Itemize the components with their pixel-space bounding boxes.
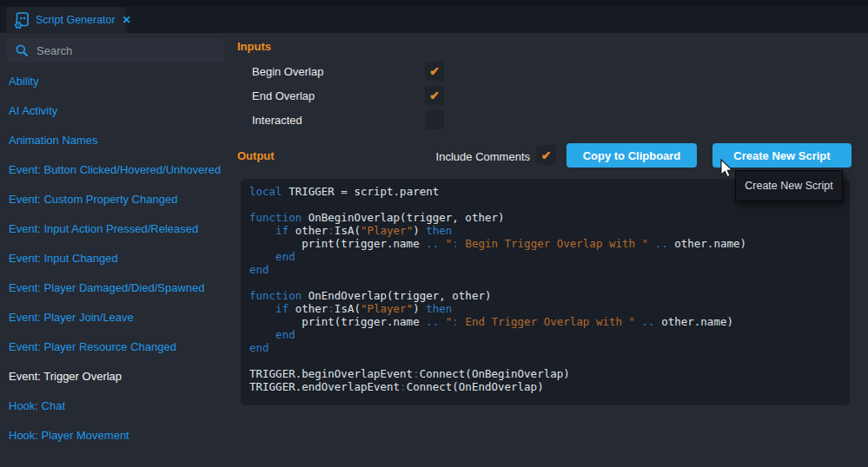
create-new-script-button[interactable]: Create New Script	[712, 143, 851, 168]
code-line: if other:IsA("Player") then	[249, 302, 841, 315]
sidebar-item[interactable]: Event: Input Changed	[9, 243, 230, 273]
code-line: function OnEndOverlap(trigger, other)	[249, 289, 841, 302]
code-line: end	[249, 328, 841, 341]
checkmark-icon: ✔	[429, 89, 440, 102]
code-line: end	[249, 263, 841, 276]
tab-title: Script Generator	[36, 14, 116, 26]
inputs-heading: Inputs	[237, 40, 271, 53]
code-line	[249, 354, 841, 367]
input-checkbox[interactable]: ✔	[425, 86, 444, 105]
sidebar-item[interactable]: Event: Trigger Overlap	[9, 361, 230, 391]
code-line: TRIGGER.beginOverlapEvent:Connect(OnBegi…	[249, 367, 841, 380]
input-row-label: Interacted	[252, 114, 302, 127]
code-line: if other:IsA("Player") then	[249, 224, 841, 237]
output-heading: Output	[237, 149, 275, 162]
sidebar-item[interactable]: Event: Player Damaged/Died/Spawned	[9, 273, 230, 302]
input-row: Interacted	[252, 108, 445, 132]
input-checkbox[interactable]	[425, 110, 444, 129]
sidebar-item[interactable]: Event: Player Resource Changed	[9, 332, 230, 361]
input-row: Begin Overlap✔	[252, 59, 445, 83]
include-comments-checkbox[interactable]: ✔	[536, 145, 556, 165]
code-line: function OnBeginOverlap(trigger, other)	[249, 211, 841, 224]
checkmark-icon: ✔	[541, 149, 552, 161]
code-line: print(trigger.name .. ": Begin Trigger O…	[249, 237, 841, 250]
sidebar-item[interactable]: Event: Player Join/Leave	[9, 302, 230, 332]
input-row-label: End Overlap	[252, 89, 315, 102]
inputs-rows: Begin Overlap✔End Overlap✔Interacted	[252, 59, 445, 132]
code-line	[249, 276, 841, 289]
tooltip-text: Create New Script	[745, 180, 832, 192]
script-template-list: AbilityAI ActivityAnimation NamesEvent: …	[9, 66, 230, 450]
generated-script-code[interactable]: local TRIGGER = script.parent function O…	[241, 179, 850, 405]
input-row-label: Begin Overlap	[252, 65, 323, 78]
code-line: TRIGGER.endOverlapEvent:Connect(OnEndOve…	[249, 380, 841, 393]
tooltip: Create New Script	[735, 170, 843, 201]
tab-bar: Script Generator ✕	[0, 0, 868, 33]
tab-script-generator[interactable]: Script Generator ✕	[6, 7, 126, 33]
copy-to-clipboard-button[interactable]: Copy to Clipboard	[567, 143, 697, 168]
search-input[interactable]	[35, 43, 216, 58]
search-icon	[15, 43, 29, 57]
checkmark-icon: ✔	[429, 65, 440, 77]
input-row: End Overlap✔	[252, 83, 445, 108]
sidebar-item[interactable]: Hook: Player Movement	[9, 420, 230, 450]
tab-close-icon[interactable]: ✕	[123, 14, 131, 26]
code-line: print(trigger.name .. ": End Trigger Ove…	[249, 315, 841, 328]
script-generator-icon	[13, 11, 30, 30]
sidebar-item[interactable]: AI Activity	[9, 95, 230, 125]
window-top-strip	[0, 0, 868, 7]
code-line: end	[249, 341, 841, 354]
search-box[interactable]	[7, 38, 224, 62]
sidebar-item[interactable]: Ability	[9, 66, 230, 95]
include-comments-label: Include Comments	[436, 150, 530, 163]
sidebar-item[interactable]: Animation Names	[9, 125, 230, 155]
sidebar-item[interactable]: Hook: Chat	[9, 391, 230, 420]
input-checkbox[interactable]: ✔	[425, 62, 444, 81]
sidebar-item[interactable]: Event: Input Action Pressed/Released	[9, 214, 230, 243]
code-line: end	[249, 250, 841, 263]
sidebar-item[interactable]: Event: Button Clicked/Hovered/Unhovered	[9, 155, 230, 184]
sidebar-item[interactable]: Event: Custom Property Changed	[9, 184, 230, 214]
